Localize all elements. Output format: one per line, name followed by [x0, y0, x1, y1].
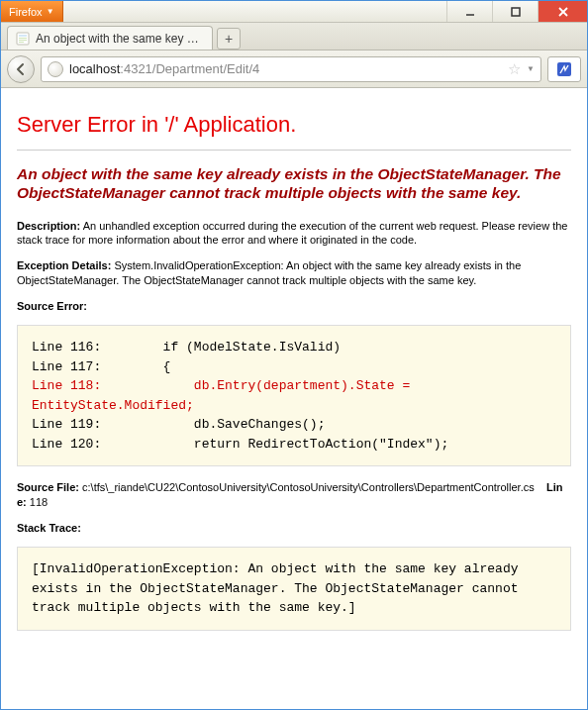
stack-trace-codebox: [InvalidOperationException: An object wi…	[17, 547, 571, 631]
description-text: An unhandled exception occurred during t…	[17, 220, 567, 246]
bookmark-star-icon[interactable]: ☆	[508, 60, 521, 78]
divider	[17, 150, 571, 151]
svg-rect-9	[557, 62, 571, 76]
svg-rect-6	[19, 38, 27, 39]
exception-label: Exception Details:	[17, 259, 111, 271]
description-label: Description:	[17, 220, 80, 232]
tab-strip: An object with the same key already exis…	[1, 23, 587, 51]
source-error-label: Source Error:	[17, 300, 87, 312]
close-button[interactable]	[538, 1, 587, 22]
stack-trace-text: [InvalidOperationException: An object wi…	[32, 561, 526, 615]
new-tab-button[interactable]: +	[217, 28, 241, 50]
svg-rect-7	[19, 40, 27, 41]
svg-rect-5	[19, 35, 27, 37]
error-title: Server Error in '/' Application.	[17, 112, 571, 138]
url-host: localhost	[69, 61, 120, 76]
source-file-label: Source File:	[17, 481, 79, 493]
url-path: :4321/Department/Edit/4	[120, 61, 259, 76]
url-actions: ☆ ▼	[508, 60, 535, 78]
source-error-codebox: Line 116: if (ModelState.IsValid)Line 11…	[17, 325, 571, 466]
navigation-toolbar: localhost:4321/Department/Edit/4 ☆ ▼	[1, 51, 587, 88]
stack-trace-heading: Stack Trace:	[17, 521, 571, 535]
description-paragraph: Description: An unhandled exception occu…	[17, 219, 571, 248]
error-subtitle: An object with the same key already exis…	[17, 164, 571, 203]
svg-rect-1	[512, 8, 520, 16]
source-error-heading: Source Error:	[17, 299, 571, 313]
page-viewport: Server Error in '/' Application. An obje…	[1, 88, 587, 709]
back-button[interactable]	[7, 55, 35, 83]
globe-icon	[48, 61, 63, 77]
minimize-button[interactable]	[446, 1, 492, 22]
url-text[interactable]: localhost:4321/Department/Edit/4	[69, 61, 502, 76]
tab-title: An object with the same key already exis…	[36, 32, 204, 46]
window-caption: Firefox ▼	[1, 1, 587, 23]
address-bar[interactable]: localhost:4321/Department/Edit/4 ☆ ▼	[41, 56, 541, 82]
source-file-info: Source File: c:\tfs\_riande\CU22\Contoso…	[17, 480, 571, 509]
maximize-button[interactable]	[492, 1, 538, 22]
firefox-menu-button[interactable]: Firefox ▼	[1, 1, 63, 22]
plus-icon: +	[225, 31, 233, 47]
svg-rect-8	[19, 42, 24, 43]
source-file-path: c:\tfs\_riande\CU22\ContosoUniversity\Co…	[79, 481, 535, 493]
url-dropdown-icon[interactable]: ▼	[527, 64, 535, 73]
browser-window: Firefox ▼ An object with the same key al…	[0, 0, 588, 710]
firefox-menu-label: Firefox	[9, 6, 43, 18]
stack-trace-label: Stack Trace:	[17, 522, 81, 534]
caption-drag-area[interactable]	[63, 1, 446, 22]
chevron-down-icon: ▼	[47, 7, 54, 16]
exception-paragraph: Exception Details: System.InvalidOperati…	[17, 258, 571, 287]
line-number: 118	[27, 496, 48, 508]
tab-active[interactable]: An object with the same key already exis…	[7, 26, 213, 50]
search-engine-button[interactable]	[547, 56, 581, 82]
page-favicon-icon	[16, 32, 30, 46]
